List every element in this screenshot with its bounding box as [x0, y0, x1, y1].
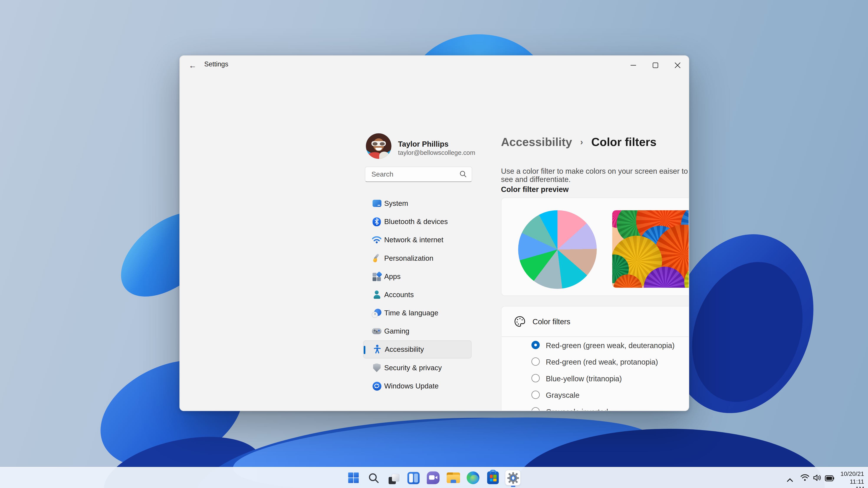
gamepad-icon: [372, 326, 381, 336]
accounts-icon: [372, 290, 381, 299]
widgets-icon: [407, 472, 419, 484]
chat-button[interactable]: [426, 470, 441, 485]
color-filters-card: Color filters On Red-green (green weak, …: [501, 306, 689, 411]
page-description: Use a color filter to make colors on you…: [501, 167, 689, 184]
page-title: Color filters: [591, 135, 657, 148]
filter-options-list: Red-green (green weak, deuteranopia) Red…: [501, 337, 689, 411]
taskbar: 10/20/21 11:11 AM: [0, 467, 868, 488]
sidebar-item-network-internet[interactable]: Network & internet: [363, 231, 471, 249]
file-explorer-button[interactable]: [446, 470, 461, 485]
option-grayscale[interactable]: Grayscale: [501, 387, 689, 403]
pinwheels-photo: [612, 210, 689, 288]
bluetooth-icon: [372, 217, 381, 226]
windows-update-icon: [372, 381, 381, 391]
sidebar-item-security-privacy[interactable]: Security & privacy: [363, 359, 471, 377]
radio-unselected[interactable]: [531, 357, 540, 366]
palette-icon: [514, 315, 526, 327]
color-filters-label: Color filters: [532, 318, 570, 326]
wifi-icon: [372, 235, 381, 245]
system-icon: [372, 199, 381, 208]
shield-icon: [372, 363, 381, 372]
search-input[interactable]: Search: [365, 167, 472, 182]
chevron-right-icon: ›: [575, 137, 588, 147]
search-icon: [459, 170, 467, 177]
sidebar-item-bluetooth-devices[interactable]: Bluetooth & devices: [363, 213, 471, 231]
volume-status-icon[interactable]: [813, 474, 822, 484]
search-icon: [368, 472, 379, 483]
task-view-button[interactable]: [386, 470, 401, 485]
back-button[interactable]: ←: [184, 57, 201, 74]
sidebar-item-personalization[interactable]: Personalization: [363, 249, 471, 267]
tray-date: 10/20/21: [840, 470, 864, 478]
close-button[interactable]: [666, 56, 688, 75]
pie-chart: [518, 210, 597, 289]
sidebar-item-windows-update[interactable]: Windows Update: [363, 377, 471, 395]
clock[interactable]: 10/20/21 11:11 AM: [840, 470, 864, 488]
avatar[interactable]: [366, 133, 391, 159]
breadcrumb: Accessibility › Color filters: [501, 135, 657, 149]
sidebar-item-gaming[interactable]: Gaming: [363, 322, 471, 340]
option-blue-yellow-tritanopia[interactable]: Blue-yellow (tritanopia): [501, 370, 689, 387]
option-grayscale-inverted[interactable]: Grayscale inverted: [501, 403, 689, 411]
sidebar-item-accounts[interactable]: Accounts: [363, 286, 471, 304]
start-button[interactable]: [346, 470, 361, 485]
tray-chevron-up-icon[interactable]: [786, 475, 793, 485]
store-icon: [487, 471, 499, 484]
preview-section-label: Color filter preview: [501, 186, 569, 194]
titlebar[interactable]: ← Settings: [180, 56, 688, 75]
profile-email: taylor@bellowscollege.com: [398, 150, 475, 156]
radio-unselected[interactable]: [531, 391, 540, 399]
sidebar-item-system[interactable]: System: [363, 194, 471, 212]
search-placeholder: Search: [372, 170, 394, 178]
chat-icon: [427, 471, 440, 484]
radio-unselected[interactable]: [531, 374, 540, 382]
edge-icon: [467, 471, 479, 484]
widgets-button[interactable]: [406, 470, 421, 485]
taskbar-search-button[interactable]: [366, 470, 381, 485]
folder-icon: [446, 473, 460, 483]
breadcrumb-parent[interactable]: Accessibility: [501, 135, 572, 148]
paintbrush-icon: [372, 253, 381, 263]
sidebar-nav: System Bluetooth & devices Network & int…: [363, 194, 471, 395]
color-filter-preview-card: Red Orange Yellow: [501, 198, 689, 296]
profile-name: Taylor Phillips: [398, 140, 448, 148]
accessibility-icon: [373, 345, 382, 354]
windows-logo-icon: [348, 473, 359, 483]
radio-selected[interactable]: [531, 341, 540, 349]
screen: ← Settings T: [0, 0, 868, 488]
color-filters-header[interactable]: Color filters On: [501, 306, 689, 337]
radio-unselected[interactable]: [531, 407, 540, 411]
apps-icon: [372, 272, 381, 281]
edge-button[interactable]: [465, 470, 480, 485]
minimize-button[interactable]: [622, 56, 644, 75]
option-red-green-protanopia[interactable]: Red-green (red weak, protanopia): [501, 354, 689, 370]
sidebar-item-time-language[interactable]: Time & language: [363, 304, 471, 322]
time-language-icon: [372, 308, 381, 318]
maximize-button[interactable]: [644, 56, 666, 75]
battery-status-icon[interactable]: [825, 474, 834, 484]
tray-time: 11:11 AM: [840, 478, 864, 488]
sidebar-item-apps[interactable]: Apps: [363, 267, 471, 286]
wifi-status-icon[interactable]: [801, 474, 809, 484]
settings-window: ← Settings T: [180, 55, 689, 411]
window-title: Settings: [204, 60, 228, 68]
gear-icon: [507, 472, 519, 484]
settings-button[interactable]: [505, 470, 520, 485]
store-button[interactable]: [486, 470, 500, 485]
option-red-green-deuteranopia[interactable]: Red-green (green weak, deuteranopia): [501, 337, 689, 354]
sidebar-item-accessibility[interactable]: Accessibility: [363, 340, 471, 359]
task-view-icon: [387, 472, 400, 484]
